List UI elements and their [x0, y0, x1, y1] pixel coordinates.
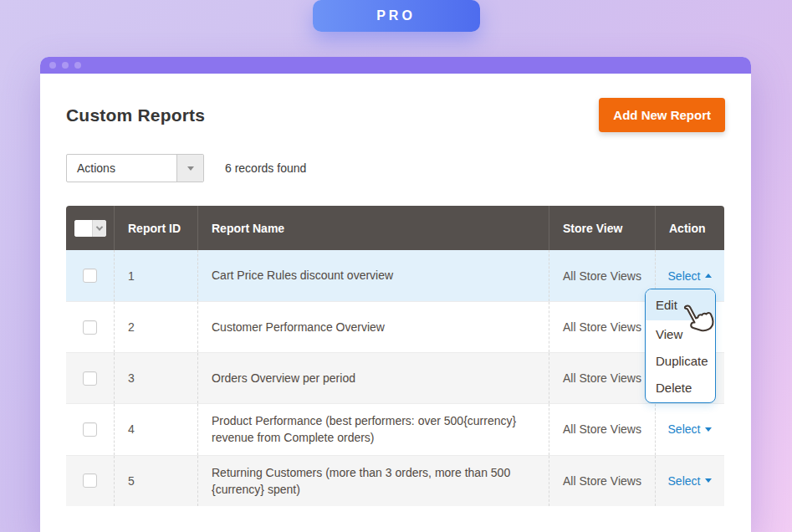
report-name-cell: Product Performance (best performers: ov… [197, 404, 549, 455]
select-action-label: Select [668, 422, 701, 436]
menu-item-delete[interactable]: Delete [646, 374, 715, 401]
column-header-report-name[interactable]: Report Name [197, 206, 549, 250]
select-action-label: Select [668, 269, 701, 283]
column-header-action[interactable]: Action [655, 206, 724, 250]
report-id-cell: 2 [114, 302, 197, 352]
row-checkbox-cell [66, 456, 114, 507]
caret-down-icon [187, 166, 194, 171]
menu-item-edit[interactable]: Edit [646, 289, 715, 320]
column-header-report-id[interactable]: Report ID [114, 206, 197, 250]
select-all-dropdown-toggle[interactable] [92, 220, 106, 237]
menu-item-view[interactable]: View [646, 320, 715, 347]
row-checkbox-cell [66, 353, 114, 403]
records-count: 6 records found [225, 161, 306, 175]
caret-down-icon [705, 427, 712, 432]
actions-dropdown[interactable]: Actions [66, 154, 204, 182]
select-all-checkbox[interactable] [74, 220, 106, 237]
store-view-cell: All Store Views [549, 353, 655, 403]
row-checkbox[interactable] [83, 473, 97, 488]
select-all-checkbox-box[interactable] [74, 220, 92, 237]
window-dot-icon [62, 62, 69, 69]
row-checkbox[interactable] [83, 422, 97, 437]
row-checkbox[interactable] [83, 320, 97, 335]
select-action-link[interactable]: Select [668, 474, 713, 488]
table-row: 2 Customer Performance Overview All Stor… [66, 301, 724, 352]
row-checkbox[interactable] [83, 371, 97, 386]
row-checkbox-cell [66, 250, 114, 301]
store-view-cell: All Store Views [549, 250, 655, 301]
action-cell: Select [655, 456, 724, 507]
table-row: 4 Product Performance (best performers: … [66, 403, 724, 455]
pro-badge: PRO [313, 0, 480, 32]
pro-badge-label: PRO [376, 8, 416, 23]
report-id-cell: 3 [114, 353, 197, 403]
caret-up-icon [705, 274, 712, 278]
report-name-cell: Customer Performance Overview [197, 302, 549, 352]
store-view-cell: All Store Views [549, 456, 655, 507]
store-view-cell: All Store Views [549, 302, 655, 352]
table-row: 3 Orders Overview per period All Store V… [66, 352, 724, 403]
report-id-cell: 4 [114, 404, 197, 455]
table-header-row: Report ID Report Name Store View Action [66, 206, 724, 250]
select-action-label: Select [668, 474, 701, 488]
actions-dropdown-label: Actions [67, 161, 176, 175]
report-name-cell: Returning Customers (more than 3 orders,… [197, 456, 549, 507]
store-view-cell: All Store Views [549, 404, 655, 455]
row-checkbox-cell [66, 302, 114, 352]
action-cell: Select [655, 404, 724, 455]
window-titlebar [40, 57, 751, 74]
report-name-cell: Orders Overview per period [197, 353, 549, 403]
report-id-cell: 5 [114, 456, 197, 507]
table-row: 1 Cart Price Rules discount overview All… [66, 250, 724, 301]
row-checkbox[interactable] [83, 269, 97, 283]
page-title: Custom Reports [66, 105, 205, 125]
row-action-menu: Edit View Duplicate Delete [645, 289, 716, 403]
chevron-down-icon [95, 223, 102, 230]
window-dot-icon [49, 62, 56, 69]
select-action-link[interactable]: Select [668, 422, 713, 436]
add-new-report-button[interactable]: Add New Report [599, 98, 725, 132]
row-checkbox-cell [66, 404, 114, 455]
caret-down-icon [705, 478, 712, 483]
select-all-header-cell [66, 206, 114, 250]
report-id-cell: 1 [114, 250, 197, 301]
select-action-link[interactable]: Select [668, 269, 713, 283]
menu-item-duplicate[interactable]: Duplicate [646, 347, 715, 374]
column-header-store-view[interactable]: Store View [549, 206, 655, 250]
actions-dropdown-arrow[interactable] [176, 155, 203, 182]
page-header: Custom Reports Add New Report [66, 98, 725, 132]
reports-table: Report ID Report Name Store View Action … [66, 206, 724, 506]
table-row: 5 Returning Customers (more than 3 order… [66, 455, 724, 507]
report-name-cell: Cart Price Rules discount overview [197, 250, 549, 301]
toolbar: Actions 6 records found [66, 154, 725, 182]
app-window: Custom Reports Add New Report Actions 6 … [40, 57, 751, 532]
window-dot-icon [74, 62, 81, 69]
